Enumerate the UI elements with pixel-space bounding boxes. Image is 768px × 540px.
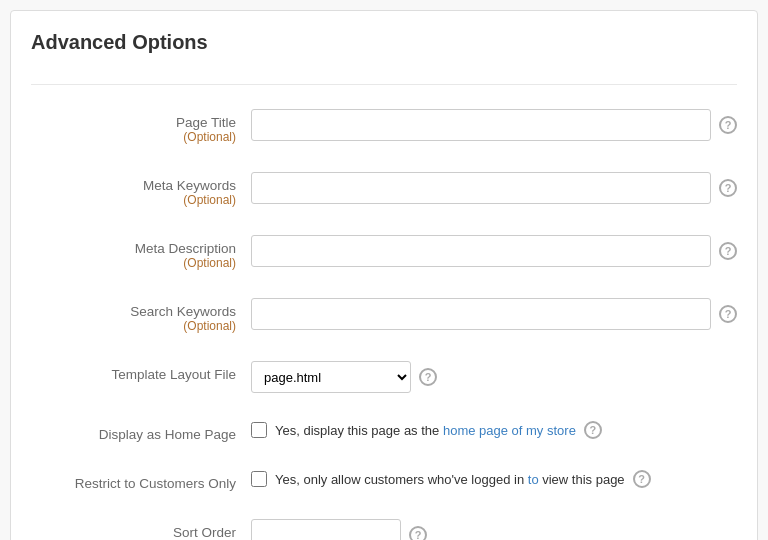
meta-description-group: Meta Description (Optional) ?	[31, 229, 737, 276]
template-layout-control: page.html default.html home.html ?	[251, 361, 737, 393]
restrict-customers-help-icon[interactable]: ?	[633, 470, 651, 488]
display-home-page-checkbox-label: Yes, display this page as the home page …	[251, 422, 576, 438]
template-layout-label: Template Layout File	[31, 367, 236, 382]
meta-keywords-label-wrap: Meta Keywords (Optional)	[31, 172, 251, 207]
meta-keywords-group: Meta Keywords (Optional) ?	[31, 166, 737, 213]
restrict-customers-label-wrap: Restrict to Customers Only	[31, 470, 251, 491]
template-layout-label-wrap: Template Layout File	[31, 361, 251, 382]
meta-description-input[interactable]	[251, 235, 711, 267]
display-home-page-control: Yes, display this page as the home page …	[251, 421, 737, 439]
page-title-input[interactable]	[251, 109, 711, 141]
meta-keywords-label: Meta Keywords	[31, 178, 236, 193]
sort-order-label: Sort Order	[31, 525, 236, 540]
sort-order-control: ?	[251, 519, 737, 540]
meta-description-control: ?	[251, 235, 737, 267]
search-keywords-control: ?	[251, 298, 737, 330]
search-keywords-label-wrap: Search Keywords (Optional)	[31, 298, 251, 333]
search-keywords-help-icon[interactable]: ?	[719, 305, 737, 323]
search-keywords-input[interactable]	[251, 298, 711, 330]
search-keywords-optional: (Optional)	[31, 319, 236, 333]
restrict-link-text: to	[528, 472, 539, 487]
search-keywords-group: Search Keywords (Optional) ?	[31, 292, 737, 339]
template-layout-group: Template Layout File page.html default.h…	[31, 355, 737, 399]
meta-keywords-help-icon[interactable]: ?	[719, 179, 737, 197]
meta-description-help-icon[interactable]: ?	[719, 242, 737, 260]
restrict-customers-checkbox-label: Yes, only allow customers who've logged …	[251, 471, 625, 487]
restrict-customers-label: Restrict to Customers Only	[31, 476, 236, 491]
sort-order-input[interactable]	[251, 519, 401, 540]
display-home-page-label: Display as Home Page	[31, 427, 236, 442]
meta-description-label-wrap: Meta Description (Optional)	[31, 235, 251, 270]
page-title-control: ?	[251, 109, 737, 141]
page-title-group: Page Title (Optional) ?	[31, 103, 737, 150]
restrict-customers-checkbox[interactable]	[251, 471, 267, 487]
page-title-optional: (Optional)	[31, 130, 236, 144]
page-title: Advanced Options	[31, 31, 737, 64]
display-home-page-checkbox[interactable]	[251, 422, 267, 438]
meta-description-optional: (Optional)	[31, 256, 236, 270]
meta-keywords-control: ?	[251, 172, 737, 204]
divider	[31, 84, 737, 85]
meta-description-label: Meta Description	[31, 241, 236, 256]
display-home-page-label-wrap: Display as Home Page	[31, 421, 251, 442]
restrict-customers-text: Yes, only allow customers who've logged …	[275, 472, 625, 487]
sort-order-help-icon[interactable]: ?	[409, 526, 427, 540]
template-layout-help-icon[interactable]: ?	[419, 368, 437, 386]
page-title-label-wrap: Page Title (Optional)	[31, 109, 251, 144]
template-layout-select[interactable]: page.html default.html home.html	[251, 361, 411, 393]
sort-order-group: Sort Order (Optional) ?	[31, 513, 737, 540]
search-keywords-label: Search Keywords	[31, 304, 236, 319]
display-home-page-text: Yes, display this page as the home page …	[275, 423, 576, 438]
restrict-customers-control: Yes, only allow customers who've logged …	[251, 470, 737, 488]
display-home-page-help-icon[interactable]: ?	[584, 421, 602, 439]
meta-keywords-optional: (Optional)	[31, 193, 236, 207]
advanced-options-panel: Advanced Options Page Title (Optional) ?…	[10, 10, 758, 540]
display-home-page-group: Display as Home Page Yes, display this p…	[31, 415, 737, 448]
restrict-customers-group: Restrict to Customers Only Yes, only all…	[31, 464, 737, 497]
page-title-label: Page Title	[31, 115, 236, 130]
sort-order-label-wrap: Sort Order (Optional)	[31, 519, 251, 540]
meta-keywords-input[interactable]	[251, 172, 711, 204]
home-page-link-text: home page of my store	[443, 423, 576, 438]
page-title-help-icon[interactable]: ?	[719, 116, 737, 134]
